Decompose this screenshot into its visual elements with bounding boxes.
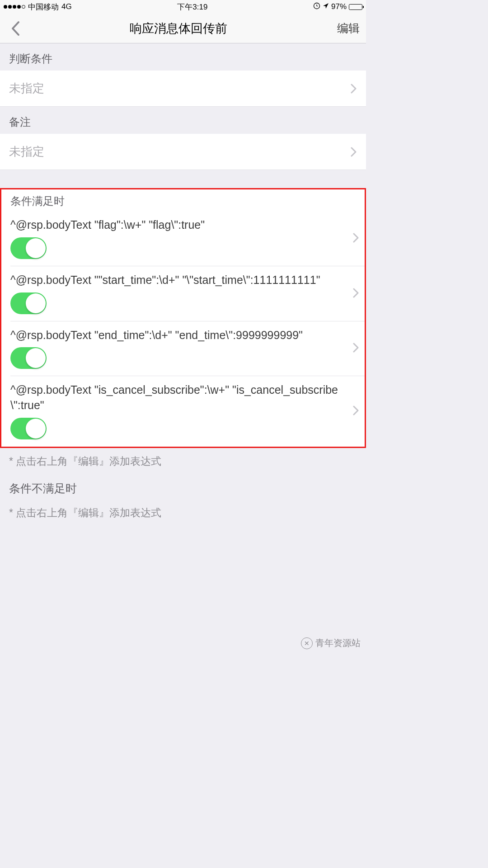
status-right: 97% [313,2,362,12]
watermark: ✕ 青年资源站 [301,637,361,649]
watermark-text: 青年资源站 [315,637,361,649]
remark-header: 备注 [0,107,366,134]
rule-text: ^@rsp.bodyText "end_time":\d+" "end_time… [10,328,356,343]
chevron-right-icon [353,288,359,300]
carrier-label: 中国移动 [28,2,59,12]
chevron-left-icon [10,21,20,36]
back-button[interactable] [6,19,24,38]
chevron-right-icon [353,343,359,354]
location-icon [323,2,329,11]
remark-cell[interactable]: 未指定 [0,134,366,170]
rule-toggle[interactable] [10,292,47,314]
rule-toggle[interactable] [10,418,47,439]
remark-value: 未指定 [9,144,44,160]
chevron-right-icon [353,406,359,417]
page-title: 响应消息体回传前 [24,20,333,37]
rules-highlighted-area: 条件满足时 ^@rsp.bodyText "flag":\w+" "flag\"… [0,188,366,448]
chevron-right-icon [353,233,359,245]
hint-when-not-met: * 点击右上角『编辑』添加表达式 [0,500,366,524]
battery-icon [349,4,362,10]
battery-percent: 97% [331,2,347,11]
edit-button[interactable]: 编辑 [333,21,360,36]
chevron-right-icon [351,147,357,157]
rule-toggle[interactable] [10,237,47,259]
rule-text: ^@rsp.bodyText ""start_time":\d+" "\"sta… [10,273,356,288]
condition-value: 未指定 [9,80,44,96]
hint-when-met: * 点击右上角『编辑』添加表达式 [0,448,366,472]
when-not-met-header: 条件不满足时 [0,472,366,500]
wechat-icon: ✕ [301,637,313,649]
status-left: 中国移动 4G [4,2,72,12]
signal-strength-icon [4,5,25,9]
rule-cell[interactable]: ^@rsp.bodyText "is_cancel_subscribe":\w+… [1,376,365,447]
rule-toggle[interactable] [10,347,47,369]
nav-bar: 响应消息体回传前 编辑 [0,14,366,43]
rule-cell[interactable]: ^@rsp.bodyText "end_time":\d+" "end_time… [1,321,365,377]
rule-text: ^@rsp.bodyText "is_cancel_subscribe":\w+… [10,382,356,413]
status-time: 下午3:19 [177,2,207,12]
when-met-header: 条件满足时 [1,189,365,211]
condition-header: 判断条件 [0,43,366,71]
status-bar: 中国移动 4G 下午3:19 97% [0,0,366,14]
rule-cell[interactable]: ^@rsp.bodyText "flag":\w+" "flag\":true" [1,211,365,266]
condition-cell[interactable]: 未指定 [0,71,366,107]
chevron-right-icon [351,84,357,94]
rule-cell[interactable]: ^@rsp.bodyText ""start_time":\d+" "\"sta… [1,266,365,321]
rule-text: ^@rsp.bodyText "flag":\w+" "flag\":true" [10,217,356,233]
network-label: 4G [61,2,72,11]
lock-rotation-icon [313,2,320,12]
